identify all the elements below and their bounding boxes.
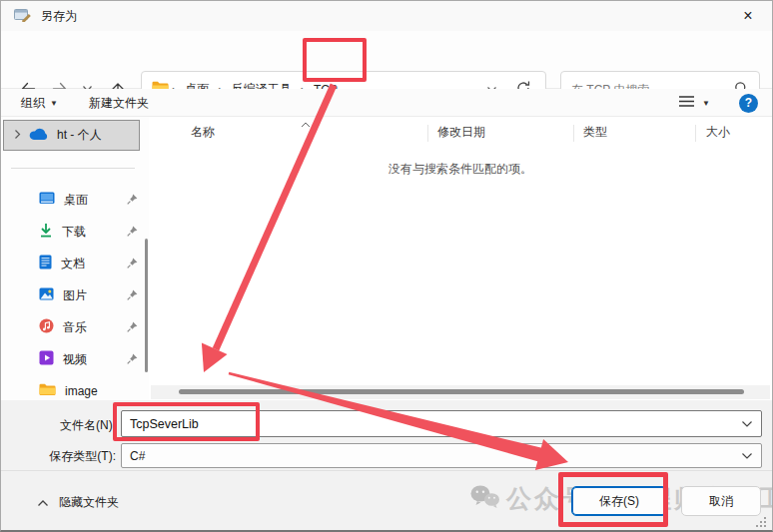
navigation-bar: › 桌面 › 反编译工具 › TCP <box>1 31 772 89</box>
organize-button[interactable]: 组织 ▼ <box>21 89 58 117</box>
sidebar-item-label: image <box>65 384 98 398</box>
title-bar: 另存为 × <box>1 1 772 31</box>
sidebar-item-label: 音乐 <box>63 319 87 336</box>
chevron-down-icon[interactable] <box>741 449 753 463</box>
save-type-select[interactable]: C# <box>121 443 762 468</box>
sidebar-item-label: 桌面 <box>64 192 88 209</box>
organize-label: 组织 <box>21 95 45 112</box>
save-as-icon <box>14 7 32 25</box>
folder-icon <box>39 383 56 400</box>
command-bar: 组织 ▼ 新建文件夹 ▼ ? <box>1 89 772 117</box>
sidebar-item-videos[interactable]: 视频 <box>1 343 149 375</box>
sidebar-item-label: 下载 <box>62 224 86 241</box>
pin-icon[interactable] <box>127 226 138 240</box>
view-caret-icon: ▼ <box>702 99 710 108</box>
main-area: ht - 个人 桌面 下载 文档 <box>1 117 772 400</box>
sidebar-item-desktop[interactable]: 桌面 <box>1 184 149 216</box>
sidebar-item-music[interactable]: 音乐 <box>1 311 149 343</box>
horizontal-scrollbar[interactable] <box>151 385 770 399</box>
new-folder-label: 新建文件夹 <box>89 95 149 112</box>
list-view-icon <box>678 95 695 111</box>
filename-label: 文件名(N): <box>1 417 116 434</box>
pictures-icon <box>39 287 54 303</box>
sidebar-scrollbar[interactable] <box>145 239 148 372</box>
filename-input[interactable] <box>130 417 741 431</box>
help-icon: ? <box>739 94 758 113</box>
sidebar-item-label: ht - 个人 <box>57 127 102 144</box>
pin-icon[interactable] <box>127 353 138 367</box>
help-button[interactable]: ? <box>739 89 758 117</box>
horizontal-scrollbar-thumb[interactable] <box>179 389 744 394</box>
desktop-icon <box>39 192 55 208</box>
chevron-up-icon <box>37 496 49 510</box>
new-folder-button[interactable]: 新建文件夹 <box>89 89 149 117</box>
column-header-name[interactable]: 名称 <box>191 121 215 143</box>
sidebar: ht - 个人 桌面 下载 文档 <box>1 117 149 400</box>
sort-ascending-icon <box>301 117 311 131</box>
sidebar-item-onedrive[interactable]: ht - 个人 <box>3 120 140 151</box>
chevron-down-icon[interactable] <box>741 417 753 431</box>
hide-folders-button[interactable]: 隐藏文件夹 <box>37 494 119 511</box>
pin-icon[interactable] <box>127 321 138 335</box>
document-icon <box>39 255 52 272</box>
wechat-icon <box>468 484 500 513</box>
save-type-value: C# <box>130 449 145 463</box>
window-title: 另存为 <box>41 8 77 25</box>
column-separator[interactable] <box>427 125 428 142</box>
save-type-label: 保存类型(T): <box>1 448 116 465</box>
save-as-dialog: 另存为 × › 桌面 › 反编译工具 › TCP <box>0 0 773 532</box>
sidebar-item-label: 文档 <box>61 256 85 272</box>
pin-icon[interactable] <box>127 258 138 271</box>
sidebar-item-documents[interactable]: 文档 <box>1 248 149 279</box>
column-header-size[interactable]: 大小 <box>706 121 730 143</box>
column-header-date-modified[interactable]: 修改日期 <box>437 121 485 143</box>
close-button[interactable]: × <box>726 1 770 30</box>
resize-grip[interactable] <box>756 516 766 530</box>
save-button[interactable]: 保存(S) <box>571 486 667 516</box>
file-list: 名称 修改日期 类型 大小 没有与搜索条件匹配的项。 <box>149 117 772 400</box>
organize-caret-icon: ▼ <box>50 99 58 108</box>
view-options-button[interactable]: ▼ <box>678 89 710 117</box>
sidebar-item-pictures[interactable]: 图片 <box>1 279 149 311</box>
column-separator[interactable] <box>573 125 574 142</box>
hide-folders-label: 隐藏文件夹 <box>59 494 119 511</box>
filename-combobox <box>121 410 762 437</box>
cancel-button[interactable]: 取消 <box>681 486 761 516</box>
expand-chevron-icon[interactable] <box>14 129 21 143</box>
pin-icon[interactable] <box>127 194 138 208</box>
sidebar-item-label: 视频 <box>63 351 87 368</box>
onedrive-cloud-icon <box>29 127 49 144</box>
video-icon <box>39 350 54 368</box>
sidebar-item-label: 图片 <box>63 287 87 304</box>
download-icon <box>39 223 53 241</box>
empty-folder-message: 没有与搜索条件匹配的项。 <box>149 161 772 178</box>
sidebar-divider <box>11 168 135 169</box>
sidebar-item-downloads[interactable]: 下载 <box>1 216 149 248</box>
fields-panel: 文件名(N): 保存类型(T): C# <box>1 400 772 470</box>
pin-icon[interactable] <box>127 289 138 303</box>
column-header-type[interactable]: 类型 <box>583 121 607 143</box>
music-icon <box>39 318 54 336</box>
column-separator[interactable] <box>695 125 696 142</box>
